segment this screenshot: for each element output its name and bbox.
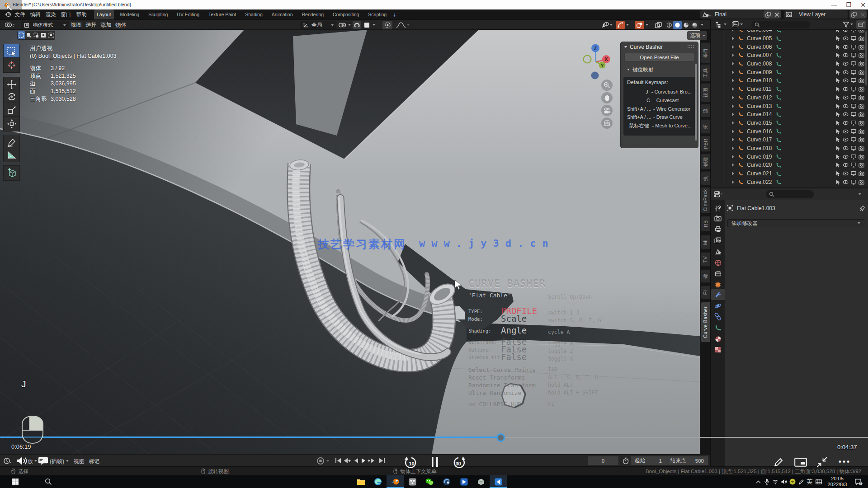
camera-view-button[interactable] xyxy=(601,105,613,116)
next-keyframe-button[interactable] xyxy=(368,458,374,463)
outliner-scrollbar[interactable] xyxy=(865,31,867,85)
select-intersect-button[interactable] xyxy=(47,31,55,39)
sidebar-tab[interactable]: 键 xyxy=(701,269,710,283)
tray-ime-indicator[interactable]: 英 xyxy=(806,475,814,488)
disable-renders-icon[interactable] xyxy=(859,120,864,126)
sidebar-tab[interactable]: 工具 xyxy=(701,64,710,81)
taskbar-app-3d[interactable] xyxy=(472,475,490,488)
new-viewlayer-icon[interactable] xyxy=(851,12,857,18)
hide-viewport-icon[interactable] xyxy=(843,137,849,142)
hide-viewport-icon[interactable] xyxy=(843,44,849,50)
taskbar-search-button[interactable] xyxy=(40,475,57,488)
expand-icon[interactable] xyxy=(732,138,734,141)
hex-bolt[interactable] xyxy=(502,384,525,408)
workspace-tab[interactable]: Shading xyxy=(242,9,265,19)
hide-viewport-icon[interactable] xyxy=(843,129,849,134)
hide-viewport-icon[interactable] xyxy=(843,86,849,92)
hide-viewport-icon[interactable] xyxy=(843,162,849,168)
panel-drag-dots-icon[interactable] xyxy=(687,45,694,49)
timeline-view-menu[interactable]: 视图 xyxy=(74,458,85,465)
selectable-icon[interactable] xyxy=(835,36,840,41)
zoom-button[interactable] xyxy=(601,80,613,91)
expand-icon[interactable] xyxy=(732,79,734,82)
disable-renders-icon[interactable] xyxy=(859,112,864,117)
frame-end-field[interactable]: 结束点500 xyxy=(666,456,708,465)
proportional-editing-button[interactable] xyxy=(382,21,392,29)
select-subtract-button[interactable] xyxy=(33,31,40,39)
disable-viewports-icon[interactable] xyxy=(851,137,856,142)
expand-icon[interactable] xyxy=(732,45,734,49)
pivot-point-button[interactable] xyxy=(362,21,371,29)
hide-viewport-icon[interactable] xyxy=(843,179,849,185)
selectable-icon[interactable] xyxy=(835,162,840,168)
outliner-row[interactable]: Curve.005 xyxy=(711,34,868,43)
tool-scale[interactable] xyxy=(3,103,20,118)
disable-viewports-icon[interactable] xyxy=(851,44,856,50)
selectable-icon[interactable] xyxy=(835,44,840,50)
use-preview-range-icon[interactable] xyxy=(622,457,629,465)
outliner-row[interactable]: Curve.015 xyxy=(711,119,868,127)
disable-viewports-icon[interactable] xyxy=(851,129,856,134)
outliner-row[interactable]: Curve.011 xyxy=(711,85,868,94)
play-button[interactable] xyxy=(362,458,365,463)
player-forward-button[interactable]: 30 xyxy=(451,455,466,468)
tray-security-icon[interactable] xyxy=(788,475,797,488)
taskbar-edge[interactable] xyxy=(369,475,387,488)
expand-icon[interactable] xyxy=(732,37,734,40)
outliner-row[interactable]: Curve.019 xyxy=(711,152,868,161)
panel-scrollbar[interactable] xyxy=(695,64,697,141)
player-progress-track[interactable] xyxy=(505,437,868,438)
editor-type-icon[interactable] xyxy=(4,21,14,29)
tab-world[interactable] xyxy=(711,257,725,268)
workspace-tab[interactable]: Layout xyxy=(94,9,114,19)
hide-viewport-icon[interactable] xyxy=(843,154,849,160)
disable-renders-icon[interactable] xyxy=(859,61,864,66)
topbar-menu-item[interactable]: 帮助 xyxy=(74,9,89,19)
add-modifier-dropdown[interactable]: 添加修改器 xyxy=(727,219,864,227)
disable-renders-icon[interactable] xyxy=(859,145,864,151)
outliner-row[interactable]: Curve.006 xyxy=(711,42,868,51)
snap-magnet-button[interactable] xyxy=(353,21,361,29)
disable-viewports-icon[interactable] xyxy=(851,36,856,41)
disable-viewports-icon[interactable] xyxy=(851,171,856,176)
player-volume-button[interactable] xyxy=(16,456,28,466)
selectable-icon[interactable] xyxy=(835,103,840,109)
workspace-tab[interactable]: Modeling xyxy=(118,9,142,19)
disable-viewports-icon[interactable] xyxy=(851,112,856,117)
scene-selector[interactable]: Final xyxy=(700,10,764,19)
maximize-button[interactable]: ❐ xyxy=(842,1,855,9)
workspace-tab[interactable]: Texture Paint xyxy=(206,9,239,19)
tab-render[interactable] xyxy=(711,213,725,224)
player-progress-filled[interactable] xyxy=(0,436,497,438)
object-visibility-icon[interactable] xyxy=(601,22,609,28)
viewlayer-selector[interactable]: View Layer xyxy=(784,10,848,19)
selectable-icon[interactable] xyxy=(835,154,840,160)
axis-neg-z[interactable] xyxy=(591,72,599,80)
disable-viewports-icon[interactable] xyxy=(851,30,856,33)
taskbar-clock[interactable]: 20:05 2022/8/3 xyxy=(826,476,849,488)
outliner-filter-type-icon[interactable] xyxy=(731,21,740,28)
outliner-row[interactable]: Curve.018 xyxy=(711,144,868,153)
selectable-icon[interactable] xyxy=(835,86,840,92)
sidebar-tab[interactable]: CinePack xyxy=(701,187,710,213)
pan-button[interactable] xyxy=(601,92,613,103)
player-shrink-button[interactable] xyxy=(816,456,828,468)
disable-renders-icon[interactable] xyxy=(859,137,864,142)
tab-scene[interactable] xyxy=(711,246,725,257)
tab-view-layer[interactable] xyxy=(711,235,725,246)
tab-material[interactable] xyxy=(711,333,725,344)
player-pip-button[interactable] xyxy=(794,458,807,467)
player-note-button[interactable] xyxy=(774,457,784,467)
xray-toggle-icon[interactable] xyxy=(655,22,662,29)
frame-start-field[interactable]: 起始1 xyxy=(631,456,666,465)
selectable-icon[interactable] xyxy=(835,78,840,83)
disable-viewports-icon[interactable] xyxy=(851,70,856,75)
viewport-menu-item[interactable]: 选择 xyxy=(84,21,99,29)
taskbar-explorer[interactable] xyxy=(352,475,369,488)
keying-menu[interactable]: (插帧) xyxy=(50,458,64,465)
disable-renders-icon[interactable] xyxy=(859,44,864,50)
disable-viewports-icon[interactable] xyxy=(851,61,856,66)
falloff-curve-icon[interactable] xyxy=(396,22,406,28)
select-invert-button[interactable] xyxy=(40,31,47,39)
hide-viewport-icon[interactable] xyxy=(843,30,849,33)
